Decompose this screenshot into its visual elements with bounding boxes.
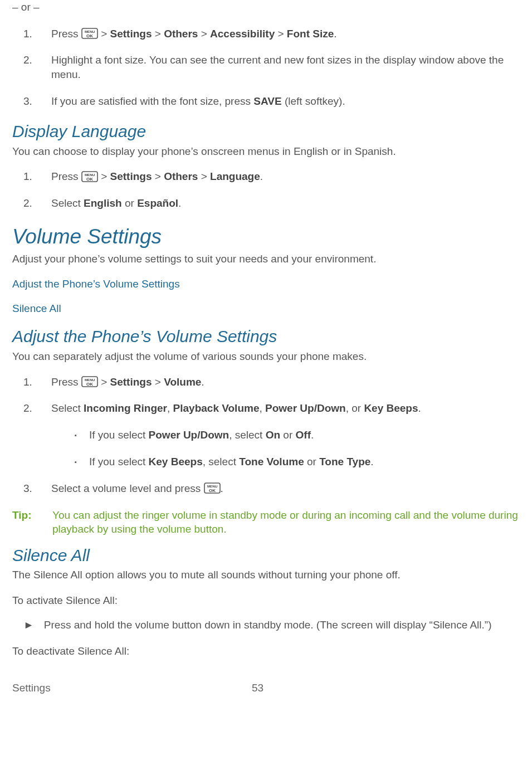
- font-size-steps: 1. Press > Settings > Others > Accessibi…: [23, 27, 520, 109]
- sub-text: If you select Key Beeps, select Tone Vol…: [89, 455, 374, 469]
- silence-all-intro: The Silence All option allows you to mut…: [12, 568, 520, 582]
- heading-silence-all: Silence All: [12, 544, 520, 567]
- step-text: Press > Settings > Others > Accessibilit…: [51, 27, 520, 41]
- adjust-volume-steps: 1. Press > Settings > Volume. 2. Select …: [23, 375, 520, 496]
- step-1: 1. Press > Settings > Others > Accessibi…: [23, 27, 520, 41]
- or-divider: – or –: [12, 0, 520, 14]
- step-number: 1.: [23, 169, 35, 184]
- volume-settings-intro: Adjust your phone’s volume settings to s…: [12, 252, 520, 266]
- step-number: 1.: [23, 27, 35, 41]
- footer-section: Settings: [12, 681, 252, 695]
- step-3: 3. Select a volume level and press .: [23, 481, 520, 496]
- sub-item: ▪ If you select Power Up/Down, select On…: [75, 428, 520, 442]
- step-1: 1. Press > Settings > Volume.: [23, 375, 520, 389]
- step-2: 2. Highlight a font size. You can see th…: [23, 53, 520, 81]
- menu-ok-key-icon: [81, 376, 98, 387]
- step-1: 1. Press > Settings > Others > Language.: [23, 169, 520, 184]
- activate-label: To activate Silence All:: [12, 593, 520, 608]
- arrow-text: Press and hold the volume button down in…: [44, 618, 492, 632]
- tip-text: You can adjust the ringer volume in stan…: [52, 508, 520, 537]
- display-language-intro: You can choose to display your phone’s o…: [12, 144, 520, 159]
- heading-display-language: Display Language: [12, 120, 520, 143]
- arrow-item: ► Press and hold the volume button down …: [23, 618, 520, 632]
- menu-ok-key-icon: [81, 171, 98, 182]
- step-text: Select Incoming Ringer, Playback Volume,…: [51, 401, 520, 469]
- step-text: Press > Settings > Others > Language.: [51, 169, 520, 184]
- arrow-icon: ►: [23, 618, 34, 632]
- step-text: Select English or Español.: [51, 196, 520, 211]
- heading-adjust-volume: Adjust the Phone’s Volume Settings: [12, 325, 520, 348]
- step-3: 3. If you are satisfied with the font si…: [23, 94, 520, 109]
- menu-ok-key-icon: [81, 28, 98, 39]
- display-language-steps: 1. Press > Settings > Others > Language.…: [23, 169, 520, 210]
- step-number: 3.: [23, 481, 35, 496]
- step-number: 3.: [23, 94, 35, 109]
- page-footer: Settings 53: [12, 681, 520, 695]
- sub-item: ▪ If you select Key Beeps, select Tone V…: [75, 455, 520, 469]
- step-2: 2. Select English or Español.: [23, 196, 520, 211]
- bullet-icon: ▪: [75, 428, 77, 442]
- step-number: 2.: [23, 196, 35, 211]
- step-text: If you are satisfied with the font size,…: [51, 94, 520, 109]
- step-text: Press > Settings > Volume.: [51, 375, 520, 389]
- adjust-volume-intro: You can separately adjust the volume of …: [12, 349, 520, 364]
- bullet-icon: ▪: [75, 455, 77, 469]
- sub-options: ▪ If you select Power Up/Down, select On…: [75, 428, 520, 469]
- tip-label: Tip:: [12, 508, 35, 537]
- step-number: 2.: [23, 53, 35, 81]
- sub-text: If you select Power Up/Down, select On o…: [89, 428, 314, 442]
- link-adjust-volume[interactable]: Adjust the Phone’s Volume Settings: [12, 277, 520, 291]
- activate-steps: ► Press and hold the volume button down …: [23, 618, 520, 632]
- step-text: Select a volume level and press .: [51, 481, 520, 496]
- deactivate-label: To deactivate Silence All:: [12, 644, 520, 659]
- step-2: 2. Select Incoming Ringer, Playback Volu…: [23, 401, 520, 469]
- footer-page-number: 53: [252, 681, 263, 695]
- menu-ok-key-icon: [204, 482, 221, 494]
- step-number: 1.: [23, 375, 35, 389]
- link-silence-all[interactable]: Silence All: [12, 301, 520, 316]
- heading-volume-settings: Volume Settings: [12, 223, 520, 251]
- tip-callout: Tip: You can adjust the ringer volume in…: [12, 508, 520, 537]
- step-text: Highlight a font size. You can see the c…: [51, 53, 520, 81]
- step-number: 2.: [23, 401, 35, 469]
